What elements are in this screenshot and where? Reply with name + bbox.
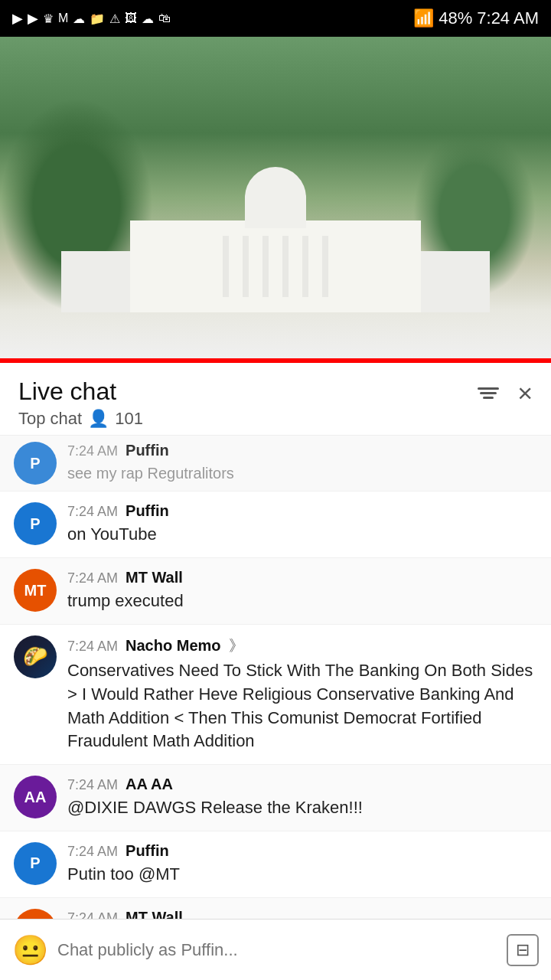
crown-icon: ♛: [43, 11, 54, 26]
chat-message: 🌮 7:24 AM Nacho Memo 》 Conservatives Nee…: [0, 625, 551, 765]
message-username: AA AA: [126, 776, 173, 793]
warning-icon: ⚠: [109, 11, 120, 26]
message-text: trump executed: [67, 590, 537, 613]
mastodon-icon: M: [58, 11, 68, 25]
message-username: MT Wall: [126, 569, 183, 586]
person-icon: 👤: [88, 409, 109, 429]
avatar: 🌮: [14, 635, 57, 678]
livechat-title: Live chat: [18, 377, 143, 406]
chat-container: P 7:24 AM Puffin see my rap Regutralitor…: [0, 436, 551, 980]
message-meta: 7:24 AM MT Wall: [67, 569, 537, 586]
emoji-button[interactable]: 😐: [12, 933, 48, 967]
filter-icon: [478, 387, 499, 399]
message-body: 7:24 AM Puffin see my rap Regutralitors: [67, 442, 537, 484]
chat-message: MT 7:24 AM MT Wall trump executed: [0, 558, 551, 625]
message-meta: 7:24 AM AA AA: [67, 776, 537, 793]
message-username: Puffin: [126, 502, 169, 520]
time-display: 7:24 AM: [477, 8, 539, 28]
avatar: P: [14, 502, 57, 545]
message-time: 7:24 AM: [67, 777, 118, 793]
message-username: Puffin: [126, 842, 169, 860]
video-player[interactable]: [0, 37, 551, 358]
header-actions: ×: [474, 380, 533, 406]
battery-text: 48%: [439, 8, 472, 28]
message-time: 7:24 AM: [67, 639, 118, 655]
avatar: P: [14, 842, 57, 885]
livechat-title-area: Live chat Top chat 👤 101: [18, 377, 143, 429]
message-time: 7:24 AM: [67, 844, 118, 860]
message-username: Puffin: [126, 442, 169, 459]
filter-button[interactable]: [474, 384, 502, 402]
chat-message: AA 7:24 AM AA AA @DIXIE DAWGS Release th…: [0, 765, 551, 831]
message-meta: 7:24 AM Puffin: [67, 442, 537, 459]
message-time: 7:24 AM: [67, 443, 118, 459]
chat-input-area: 😐 ⊟: [0, 919, 551, 980]
message-body: 7:24 AM Puffin on YouTube: [67, 502, 537, 547]
message-username: Nacho Memo: [126, 637, 220, 655]
image-icon: 🖼: [125, 11, 137, 25]
yt2-icon: ▶: [28, 10, 38, 27]
message-body: 7:24 AM MT Wall trump executed: [67, 569, 537, 613]
chat-message: P 7:24 AM Puffin on YouTube: [0, 492, 551, 558]
top-chat-label[interactable]: Top chat: [18, 409, 82, 429]
message-text: @DIXIE DAWGS Release the Kraken!!!: [67, 796, 537, 820]
status-right-icons: 📶 48% 7:24 AM: [413, 8, 539, 28]
message-body: 7:24 AM AA AA @DIXIE DAWGS Release the K…: [67, 776, 537, 820]
close-button[interactable]: ×: [517, 380, 533, 406]
status-bar: ▶ ▶ ♛ M ☁ 📁 ⚠ 🖼 ☁ 🛍 📶 48% 7:24 AM: [0, 0, 551, 37]
message-meta: 7:24 AM Puffin: [67, 502, 537, 520]
viewer-count: 101: [115, 409, 143, 429]
cloud-icon: ☁: [73, 11, 85, 26]
message-body: 7:24 AM Puffin Putin too @MT: [67, 842, 537, 887]
chat-input[interactable]: [57, 940, 497, 960]
message-arrow: 》: [229, 635, 244, 656]
message-text: on YouTube: [67, 523, 537, 547]
message-body: 7:24 AM Nacho Memo 》 Conservatives Need …: [67, 635, 537, 753]
status-icons: ▶ ▶ ♛ M ☁ 📁 ⚠ 🖼 ☁ 🛍: [12, 10, 171, 27]
avatar: AA: [14, 776, 57, 818]
folder-icon: 📁: [90, 11, 105, 26]
send-icon: ⊟: [516, 940, 530, 959]
message-text: Putin too @MT: [67, 863, 537, 887]
message-meta: 7:24 AM Nacho Memo 》: [67, 635, 537, 656]
cloud2-icon: ☁: [142, 11, 154, 26]
avatar: MT: [14, 569, 57, 612]
message-time: 7:24 AM: [67, 570, 118, 586]
livechat-header: Live chat Top chat 👤 101 ×: [0, 363, 551, 436]
bag-icon: 🛍: [158, 11, 171, 25]
livechat-subtitle: Top chat 👤 101: [18, 409, 143, 429]
avatar: P: [14, 442, 57, 485]
chat-message: P 7:24 AM Puffin Putin too @MT: [0, 831, 551, 898]
yt-icon: ▶: [12, 10, 23, 27]
message-time: 7:24 AM: [67, 504, 118, 520]
chat-message: P 7:24 AM Puffin see my rap Regutralitor…: [0, 436, 551, 492]
wifi-icon: 📶: [413, 8, 434, 28]
message-text: Conservatives Need To Stick With The Ban…: [67, 659, 537, 753]
message-meta: 7:24 AM Puffin: [67, 842, 537, 860]
send-button[interactable]: ⊟: [507, 934, 539, 966]
message-text: see my rap Regutralitors: [67, 462, 537, 484]
